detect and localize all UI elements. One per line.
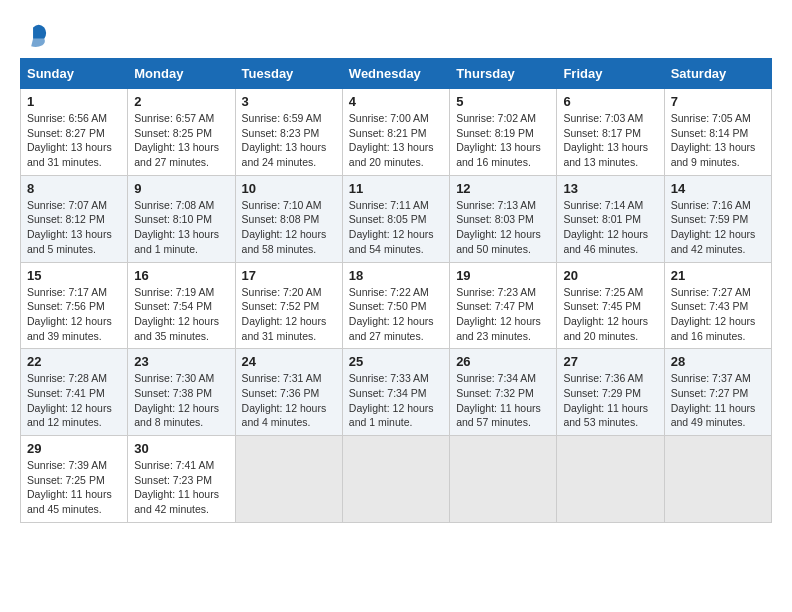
day-number: 21 (671, 268, 765, 283)
calendar-cell: 8Sunrise: 7:07 AMSunset: 8:12 PMDaylight… (21, 175, 128, 262)
day-number: 25 (349, 354, 443, 369)
calendar-week-3: 15Sunrise: 7:17 AMSunset: 7:56 PMDayligh… (21, 262, 772, 349)
day-number: 26 (456, 354, 550, 369)
calendar-cell: 5Sunrise: 7:02 AMSunset: 8:19 PMDaylight… (450, 89, 557, 176)
day-info: Sunrise: 7:08 AMSunset: 8:10 PMDaylight:… (134, 198, 228, 257)
day-number: 3 (242, 94, 336, 109)
calendar-cell: 25Sunrise: 7:33 AMSunset: 7:34 PMDayligh… (342, 349, 449, 436)
day-info: Sunrise: 7:10 AMSunset: 8:08 PMDaylight:… (242, 198, 336, 257)
day-number: 10 (242, 181, 336, 196)
calendar-cell: 30Sunrise: 7:41 AMSunset: 7:23 PMDayligh… (128, 436, 235, 523)
calendar-cell: 26Sunrise: 7:34 AMSunset: 7:32 PMDayligh… (450, 349, 557, 436)
calendar-cell (342, 436, 449, 523)
day-info: Sunrise: 7:16 AMSunset: 7:59 PMDaylight:… (671, 198, 765, 257)
day-info: Sunrise: 7:05 AMSunset: 8:14 PMDaylight:… (671, 111, 765, 170)
day-info: Sunrise: 7:30 AMSunset: 7:38 PMDaylight:… (134, 371, 228, 430)
day-info: Sunrise: 7:37 AMSunset: 7:27 PMDaylight:… (671, 371, 765, 430)
day-number: 16 (134, 268, 228, 283)
calendar-cell: 1Sunrise: 6:56 AMSunset: 8:27 PMDaylight… (21, 89, 128, 176)
day-number: 2 (134, 94, 228, 109)
header-day-saturday: Saturday (664, 59, 771, 89)
calendar-cell: 14Sunrise: 7:16 AMSunset: 7:59 PMDayligh… (664, 175, 771, 262)
day-number: 5 (456, 94, 550, 109)
calendar-cell: 15Sunrise: 7:17 AMSunset: 7:56 PMDayligh… (21, 262, 128, 349)
day-number: 11 (349, 181, 443, 196)
calendar-table: SundayMondayTuesdayWednesdayThursdayFrid… (20, 58, 772, 523)
calendar-cell: 13Sunrise: 7:14 AMSunset: 8:01 PMDayligh… (557, 175, 664, 262)
day-number: 27 (563, 354, 657, 369)
day-number: 23 (134, 354, 228, 369)
day-info: Sunrise: 7:39 AMSunset: 7:25 PMDaylight:… (27, 458, 121, 517)
header-row: SundayMondayTuesdayWednesdayThursdayFrid… (21, 59, 772, 89)
day-number: 17 (242, 268, 336, 283)
page-header (20, 20, 772, 48)
day-info: Sunrise: 7:13 AMSunset: 8:03 PMDaylight:… (456, 198, 550, 257)
day-info: Sunrise: 7:07 AMSunset: 8:12 PMDaylight:… (27, 198, 121, 257)
calendar-cell: 12Sunrise: 7:13 AMSunset: 8:03 PMDayligh… (450, 175, 557, 262)
calendar-week-5: 29Sunrise: 7:39 AMSunset: 7:25 PMDayligh… (21, 436, 772, 523)
day-info: Sunrise: 7:00 AMSunset: 8:21 PMDaylight:… (349, 111, 443, 170)
calendar-cell: 18Sunrise: 7:22 AMSunset: 7:50 PMDayligh… (342, 262, 449, 349)
day-info: Sunrise: 7:19 AMSunset: 7:54 PMDaylight:… (134, 285, 228, 344)
calendar-cell: 28Sunrise: 7:37 AMSunset: 7:27 PMDayligh… (664, 349, 771, 436)
day-number: 18 (349, 268, 443, 283)
day-info: Sunrise: 7:17 AMSunset: 7:56 PMDaylight:… (27, 285, 121, 344)
calendar-cell: 21Sunrise: 7:27 AMSunset: 7:43 PMDayligh… (664, 262, 771, 349)
header-day-monday: Monday (128, 59, 235, 89)
calendar-cell (557, 436, 664, 523)
calendar-cell: 29Sunrise: 7:39 AMSunset: 7:25 PMDayligh… (21, 436, 128, 523)
day-info: Sunrise: 7:28 AMSunset: 7:41 PMDaylight:… (27, 371, 121, 430)
calendar-cell: 4Sunrise: 7:00 AMSunset: 8:21 PMDaylight… (342, 89, 449, 176)
day-number: 19 (456, 268, 550, 283)
day-number: 24 (242, 354, 336, 369)
calendar-cell: 7Sunrise: 7:05 AMSunset: 8:14 PMDaylight… (664, 89, 771, 176)
calendar-week-2: 8Sunrise: 7:07 AMSunset: 8:12 PMDaylight… (21, 175, 772, 262)
day-info: Sunrise: 7:41 AMSunset: 7:23 PMDaylight:… (134, 458, 228, 517)
header-day-tuesday: Tuesday (235, 59, 342, 89)
calendar-body: 1Sunrise: 6:56 AMSunset: 8:27 PMDaylight… (21, 89, 772, 523)
day-number: 7 (671, 94, 765, 109)
calendar-cell: 10Sunrise: 7:10 AMSunset: 8:08 PMDayligh… (235, 175, 342, 262)
calendar-cell: 24Sunrise: 7:31 AMSunset: 7:36 PMDayligh… (235, 349, 342, 436)
day-info: Sunrise: 7:31 AMSunset: 7:36 PMDaylight:… (242, 371, 336, 430)
calendar-week-4: 22Sunrise: 7:28 AMSunset: 7:41 PMDayligh… (21, 349, 772, 436)
calendar-cell: 2Sunrise: 6:57 AMSunset: 8:25 PMDaylight… (128, 89, 235, 176)
day-info: Sunrise: 6:59 AMSunset: 8:23 PMDaylight:… (242, 111, 336, 170)
day-number: 30 (134, 441, 228, 456)
calendar-cell: 11Sunrise: 7:11 AMSunset: 8:05 PMDayligh… (342, 175, 449, 262)
day-info: Sunrise: 7:22 AMSunset: 7:50 PMDaylight:… (349, 285, 443, 344)
day-info: Sunrise: 7:33 AMSunset: 7:34 PMDaylight:… (349, 371, 443, 430)
calendar-cell (664, 436, 771, 523)
day-info: Sunrise: 7:03 AMSunset: 8:17 PMDaylight:… (563, 111, 657, 170)
calendar-header: SundayMondayTuesdayWednesdayThursdayFrid… (21, 59, 772, 89)
day-info: Sunrise: 6:56 AMSunset: 8:27 PMDaylight:… (27, 111, 121, 170)
calendar-cell: 20Sunrise: 7:25 AMSunset: 7:45 PMDayligh… (557, 262, 664, 349)
day-number: 20 (563, 268, 657, 283)
header-day-wednesday: Wednesday (342, 59, 449, 89)
calendar-cell (450, 436, 557, 523)
day-info: Sunrise: 7:27 AMSunset: 7:43 PMDaylight:… (671, 285, 765, 344)
header-day-thursday: Thursday (450, 59, 557, 89)
day-number: 9 (134, 181, 228, 196)
day-info: Sunrise: 7:14 AMSunset: 8:01 PMDaylight:… (563, 198, 657, 257)
day-number: 14 (671, 181, 765, 196)
calendar-cell: 22Sunrise: 7:28 AMSunset: 7:41 PMDayligh… (21, 349, 128, 436)
day-info: Sunrise: 7:36 AMSunset: 7:29 PMDaylight:… (563, 371, 657, 430)
day-info: Sunrise: 7:02 AMSunset: 8:19 PMDaylight:… (456, 111, 550, 170)
day-number: 13 (563, 181, 657, 196)
header-day-friday: Friday (557, 59, 664, 89)
calendar-cell: 27Sunrise: 7:36 AMSunset: 7:29 PMDayligh… (557, 349, 664, 436)
calendar-cell (235, 436, 342, 523)
day-info: Sunrise: 7:11 AMSunset: 8:05 PMDaylight:… (349, 198, 443, 257)
day-info: Sunrise: 7:34 AMSunset: 7:32 PMDaylight:… (456, 371, 550, 430)
day-info: Sunrise: 6:57 AMSunset: 8:25 PMDaylight:… (134, 111, 228, 170)
day-number: 4 (349, 94, 443, 109)
day-number: 12 (456, 181, 550, 196)
day-number: 1 (27, 94, 121, 109)
calendar-cell: 3Sunrise: 6:59 AMSunset: 8:23 PMDaylight… (235, 89, 342, 176)
day-info: Sunrise: 7:25 AMSunset: 7:45 PMDaylight:… (563, 285, 657, 344)
day-number: 15 (27, 268, 121, 283)
logo-icon (20, 20, 48, 48)
calendar-week-1: 1Sunrise: 6:56 AMSunset: 8:27 PMDaylight… (21, 89, 772, 176)
day-number: 29 (27, 441, 121, 456)
